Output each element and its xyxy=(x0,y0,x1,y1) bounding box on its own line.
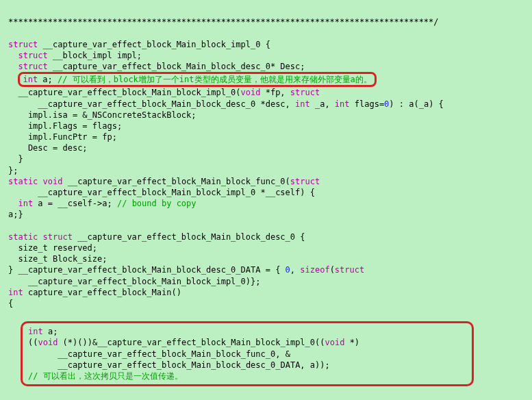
kw-sizeof: sizeof xyxy=(300,265,329,275)
kw-struct: struct xyxy=(8,51,48,60)
kw-struct: struct xyxy=(8,40,38,49)
text: __capture_var_effect_block_Main_block_fu… xyxy=(28,349,290,359)
kw-struct: struct xyxy=(290,88,320,97)
kw-int: int xyxy=(28,327,43,336)
num: 0 xyxy=(286,265,290,275)
text: flags= xyxy=(350,99,385,109)
kw-int: int xyxy=(335,99,350,109)
text: impl.FuncPtr = fp; xyxy=(8,132,117,142)
kw-int: int xyxy=(8,199,33,208)
kw-static-struct: static struct xyxy=(8,232,73,242)
kw-void: void xyxy=(38,338,58,347)
text: (( xyxy=(28,338,38,347)
text: *fp, xyxy=(260,88,290,97)
text: size_t Block_size; xyxy=(8,254,107,264)
text: __capture_var_effect_block_Main_block_de… xyxy=(28,360,330,370)
kw-void: void xyxy=(325,338,345,347)
text: __capture_var_effect_block_Main_block_im… xyxy=(38,40,270,49)
text: __capture_var_effect_block_Main_block_im… xyxy=(8,188,315,197)
text: a; xyxy=(38,75,58,84)
text: a = __cself->a; xyxy=(33,199,117,208)
kw-void: void xyxy=(241,88,261,97)
kw-int: int xyxy=(23,75,38,84)
kw-static-void: static void xyxy=(8,177,62,186)
highlight-box: int a; ((void (*)())&__capture_var_effec… xyxy=(21,321,474,386)
text: capture_var_effect_block_Main() xyxy=(23,288,181,297)
text: a;} xyxy=(8,210,23,219)
text: *) xyxy=(344,338,359,347)
kw-struct: struct xyxy=(290,177,320,186)
text: ) : a(_a) { xyxy=(389,99,443,109)
text: _a, xyxy=(310,99,335,109)
text: { xyxy=(8,299,13,308)
comment: // bound by copy xyxy=(117,199,197,208)
code-block: ****************************************… xyxy=(0,0,532,400)
comment: // 可以看到，block增加了一个int类型的成员变量，他就是用来存储外部变量… xyxy=(58,75,372,84)
kw-int: int xyxy=(295,99,310,109)
text: __capture_var_effect_block_Main_block_im… xyxy=(8,88,241,97)
text: size_t reserved; xyxy=(8,243,97,253)
text: ( xyxy=(330,265,335,275)
text: Desc = desc; xyxy=(8,143,88,153)
text: __capture_var_effect_block_Main_block_fu… xyxy=(62,177,290,186)
kw-int: int xyxy=(8,288,23,297)
text: a; xyxy=(43,327,58,336)
kw-struct: struct xyxy=(335,265,364,275)
highlight-inline: int a; // 可以看到，block增加了一个int类型的成员变量，他就是用… xyxy=(18,72,376,87)
text: (*)())&__capture_var_effect_block_Main_b… xyxy=(58,338,325,347)
text: impl.Flags = flags; xyxy=(8,121,122,131)
text: } xyxy=(8,154,23,164)
text: __capture_var_effect_block_Main_block_im… xyxy=(8,277,260,286)
text: __capture_var_effect_block_Main_block_de… xyxy=(48,62,305,71)
comment: // 可以看出，这次拷贝只是一次值传递。 xyxy=(28,371,183,381)
kw-struct: struct xyxy=(8,62,48,71)
text: __block_impl impl; xyxy=(48,51,142,60)
text: } __capture_var_effect_block_Main_block_… xyxy=(8,265,286,275)
text: }; xyxy=(8,166,18,175)
text: __capture_var_effect_block_Main_block_de… xyxy=(8,99,295,109)
text: __capture_var_effect_block_Main_block_de… xyxy=(73,232,305,242)
text: , xyxy=(290,265,300,275)
text: impl.isa = &_NSConcreteStackBlock; xyxy=(8,110,197,120)
top-stars: ****************************************… xyxy=(8,17,439,27)
